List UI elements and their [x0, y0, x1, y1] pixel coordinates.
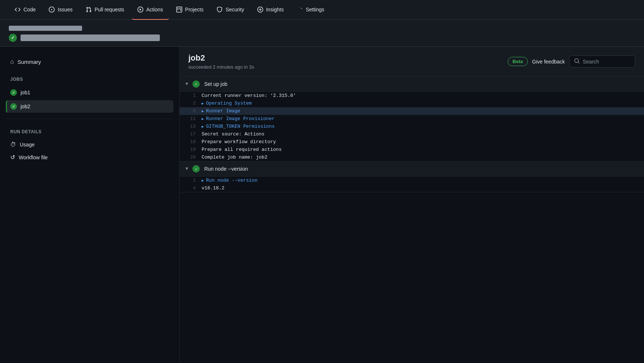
step-set-up-job-status-icon [192, 80, 200, 88]
log-line-num: 1 [180, 177, 202, 184]
log-line-num: 4 [180, 185, 202, 192]
sidebar-item-usage[interactable]: ⏱ Usage [6, 139, 173, 150]
nav-insights[interactable]: Insights [251, 0, 290, 20]
job1-label: job1 [21, 90, 30, 95]
actions-icon [137, 7, 143, 12]
nav-code[interactable]: Code [9, 0, 41, 20]
log-line-expandable[interactable]: Run node --version [202, 177, 644, 184]
nav-security-label: Security [225, 7, 244, 12]
status-success-icon [9, 34, 17, 42]
job1-success-icon [10, 89, 17, 96]
sidebar-summary-label: Summary [18, 59, 41, 65]
run-details-section: Run details ⏱ Usage ↺ Workflow file [6, 128, 173, 163]
log-line: 1 Current runner version: '2.315.0' [180, 92, 644, 99]
usage-label: Usage [20, 142, 34, 148]
main-layout: ⌂ Summary Jobs job1 job2 Run details ⏱ U… [0, 47, 644, 363]
insights-icon [257, 7, 263, 12]
nav-code-label: Code [23, 7, 36, 12]
log-line-num: 2 [180, 100, 202, 107]
security-icon [217, 7, 222, 12]
job-info: job2 succeeded 2 minutes ago in 3s [188, 53, 254, 70]
search-icon [574, 58, 580, 65]
log-line-content: Prepare workflow directory [202, 138, 644, 145]
workflow-file-icon: ↺ [10, 154, 15, 161]
job-header: job2 succeeded 2 minutes ago in 3s Beta … [180, 47, 644, 77]
repo-title [9, 34, 635, 42]
step-set-up-job-lines: 1 Current runner version: '2.315.0' 2 Op… [180, 92, 644, 161]
nav-projects-label: Projects [185, 7, 204, 12]
nav-pull-requests-label: Pull requests [95, 7, 124, 12]
job-subtitle: succeeded 2 minutes ago in 3s [188, 64, 254, 70]
code-icon [15, 7, 21, 12]
log-line-highlighted[interactable]: 6 Runner Image [180, 107, 644, 115]
issues-icon [49, 7, 55, 12]
log-line-expandable[interactable]: GITHUB_TOKEN Permissions [202, 123, 644, 130]
log-line-num: 17 [180, 131, 202, 138]
sidebar-item-workflow-file[interactable]: ↺ Workflow file [6, 151, 173, 163]
search-placeholder: Search [583, 59, 599, 65]
projects-icon [176, 7, 182, 12]
log-line-expandable[interactable]: Runner Image [202, 108, 644, 115]
nav-actions[interactable]: Actions [132, 0, 169, 20]
repo-header [0, 20, 644, 47]
nav-insights-label: Insights [266, 7, 284, 12]
jobs-label: Jobs [10, 77, 23, 82]
log-line: 17 Secret source: Actions [180, 130, 644, 138]
sidebar: ⌂ Summary Jobs job1 job2 Run details ⏱ U… [0, 47, 180, 363]
step-run-node-status-icon [192, 165, 200, 173]
home-icon: ⌂ [10, 58, 14, 65]
sidebar-jobs-section: Jobs [6, 75, 173, 83]
log-line-num: 13 [180, 123, 202, 130]
beta-badge: Beta [508, 57, 527, 66]
step-set-up-job: ▼ Set up job 1 Current runner version: '… [180, 77, 644, 161]
log-line[interactable]: 11 Runner Image Provisioner [180, 115, 644, 123]
log-line-num: 19 [180, 146, 202, 153]
log-line-num: 11 [180, 115, 202, 122]
main-content: job2 succeeded 2 minutes ago in 3s Beta … [180, 47, 644, 363]
log-line-num: 18 [180, 138, 202, 145]
run-details-label-text: Run details [6, 128, 173, 136]
sidebar-item-job1[interactable]: job1 [6, 86, 173, 99]
log-line-num: 6 [180, 108, 202, 115]
step-set-up-job-header[interactable]: ▼ Set up job [180, 77, 644, 92]
log-line-content: Prepare all required actions [202, 146, 644, 153]
sidebar-item-summary[interactable]: ⌂ Summary [6, 55, 173, 68]
job2-success-icon [10, 103, 17, 110]
log-line-content: v18.18.2 [202, 185, 644, 192]
search-box[interactable]: Search [569, 55, 635, 68]
step-set-up-job-name: Set up job [204, 81, 227, 87]
nav-actions-label: Actions [146, 7, 163, 12]
log-area: ▼ Set up job 1 Current runner version: '… [180, 77, 644, 192]
log-line: 4 v18.18.2 [180, 184, 644, 192]
nav-security[interactable]: Security [211, 0, 250, 20]
log-line[interactable]: 1 Run node --version [180, 177, 644, 184]
repo-path [9, 26, 635, 32]
pull-request-icon [86, 7, 92, 12]
log-line-content: Current runner version: '2.315.0' [202, 92, 644, 99]
log-line-num: 1 [180, 92, 202, 99]
nav-settings[interactable]: Settings [291, 0, 330, 20]
log-line[interactable]: 2 Operating System [180, 99, 644, 107]
log-line: 19 Prepare all required actions [180, 146, 644, 153]
log-line-content: Secret source: Actions [202, 131, 644, 138]
chevron-down-icon: ▼ [185, 81, 188, 87]
run-details-heading: Run details [10, 129, 41, 134]
nav-issues[interactable]: Issues [43, 0, 78, 20]
log-line-expandable[interactable]: Runner Image Provisioner [202, 115, 644, 122]
sidebar-item-job2[interactable]: job2 [6, 100, 173, 113]
step-run-node-lines: 1 Run node --version 4 v18.18.2 [180, 177, 644, 192]
log-line[interactable]: 13 GITHUB_TOKEN Permissions [180, 123, 644, 130]
sidebar-divider [6, 119, 173, 119]
top-nav: Code Issues Pull requests Actions Projec… [0, 0, 644, 20]
step-run-node-version: ▼ Run node --version 1 Run node --versio… [180, 161, 644, 192]
log-line: 18 Prepare workflow directory [180, 138, 644, 146]
nav-settings-label: Settings [306, 7, 324, 12]
feedback-link[interactable]: Give feedback [532, 59, 565, 65]
nav-pull-requests[interactable]: Pull requests [80, 0, 130, 20]
job-title: job2 [188, 53, 254, 63]
step-run-node-header[interactable]: ▼ Run node --version [180, 161, 644, 177]
log-line: 20 Complete job name: job2 [180, 153, 644, 161]
nav-projects[interactable]: Projects [170, 0, 210, 20]
settings-icon [297, 7, 303, 12]
log-line-expandable[interactable]: Operating System [202, 100, 644, 107]
